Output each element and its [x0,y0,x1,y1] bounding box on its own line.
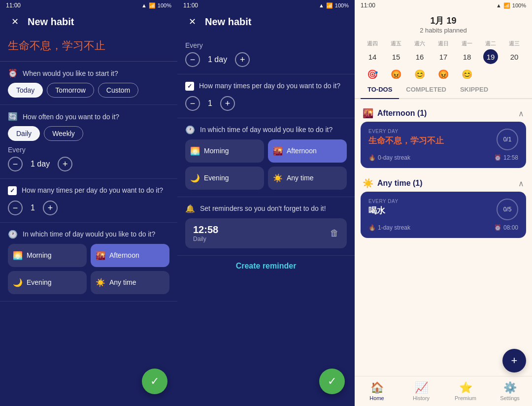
wifi-icon-right: ▲ [496,2,501,8]
left-header: ✕ New habit [0,11,177,34]
anytime-button-left[interactable]: ☀️ Any time [91,271,169,294]
tab-todos[interactable]: TO-DOS [361,81,399,99]
every-decrement-mid[interactable]: − [185,52,200,67]
afternoon-title: 🌇 Afternoon (1) [363,108,427,119]
times-label: How many times per day do you want to do… [22,186,163,196]
signal-icon-mid: 📶 [326,2,333,9]
confirm-fab-left[interactable]: ✓ [142,369,167,394]
nav-settings[interactable]: ⚙️ Settings [488,376,532,406]
morning-button-left[interactable]: 🌅 Morning [8,244,87,267]
every-section-mid: Every − 1 day + [177,34,355,74]
afternoon-label-mid: Afternoon [287,147,317,155]
premium-label: Premium [455,395,476,401]
middle-header: ✕ New habit [177,11,355,34]
week-day-tue[interactable]: 週二 19 [480,40,501,64]
custom-button[interactable]: Custom [98,83,138,98]
sat-num: 16 [412,49,427,64]
habit-card-2-name: 喝水 [368,205,399,216]
habit-card-1[interactable]: EVERY DAY 生命不息，学习不止 0/1 🔥 0-day streak ⏰… [361,122,526,168]
times-decrement[interactable]: − [8,201,23,215]
battery-icon-mid: 100% [335,2,349,8]
times-increment-mid[interactable]: + [220,96,235,111]
check-icon-mid: ✓ [328,375,336,388]
reminder-row: 🔔 Set reminders so you don't forget to d… [185,204,347,213]
premium-icon: ⭐ [459,381,472,394]
habit-card-1-bottom: 🔥 0-day streak ⏰ 12:58 [368,154,518,161]
afternoon-icon-left: 🌇 [96,251,105,260]
right-time: 11:00 [361,2,375,9]
wed-label: 週三 [509,40,520,47]
battery-icon: 100% [158,2,171,8]
every-value-mid: 1 day [208,55,227,64]
nav-history[interactable]: 📈 History [399,376,443,406]
evening-button-mid[interactable]: 🌙 Evening [185,167,264,190]
fri-label: 週五 [391,40,401,47]
habit-card-2-top: EVERY DAY 喝水 0/5 [368,199,518,220]
afternoon-collapse[interactable]: ∧ [518,109,524,118]
times-label-mid: How many times per day do you want to do… [199,81,340,91]
streak-text-1: 0-day streak [378,154,410,161]
habit-name-text[interactable]: 生命不息，学习不止 [8,39,105,52]
anytime-button-mid[interactable]: ☀️ Any time [268,167,347,190]
afternoon-button-mid[interactable]: 🌇 Afternoon [268,139,347,163]
right-panel-container: 11:00 ▲ 📶 100% 1月 19 2 habits planned 週四… [355,0,532,406]
every-increment-mid[interactable]: + [235,52,250,67]
tab-skipped[interactable]: SKIPPED [453,81,495,99]
flame-icon-1: 🔥 [368,154,376,161]
afternoon-section-label: Afternoon (1) [377,109,427,118]
week-day-mon[interactable]: 週一 18 [456,40,478,64]
habit-card-2[interactable]: EVERY DAY 喝水 0/5 🔥 1-day streak ⏰ 08:00 [361,192,526,238]
week-day-thu[interactable]: 週四 14 [362,40,383,64]
evening-icon-left: 🌙 [13,278,23,287]
nav-home[interactable]: 🏠 Home [355,376,399,406]
tomorrow-button[interactable]: Tomorrow [47,83,94,98]
times-checkbox[interactable] [8,186,17,195]
afternoon-button-left[interactable]: 🌇 Afternoon [91,244,169,267]
time-label-mid: In which time of day would you like to d… [200,126,332,134]
anytime-section-icon: ☀️ [363,178,373,189]
morning-icon-mid: 🌅 [190,146,200,156]
time-row-left: 🕐 In which time of day would you like to… [8,230,169,239]
evening-label-mid: Evening [204,174,229,182]
confirm-fab-mid[interactable]: ✓ [319,369,345,394]
emoji-wed [503,69,525,80]
times-value: 1 [31,203,35,212]
reminder-info: 12:58 Daily [193,224,218,242]
evening-label-left: Evening [27,278,52,286]
afternoon-section-icon: 🌇 [363,108,373,119]
emoji-thu: 🎯 [362,69,383,80]
delete-reminder-icon[interactable]: 🗑 [330,228,339,238]
close-button-mid[interactable]: ✕ [185,15,199,29]
times-value-mid: 1 [208,99,212,108]
daily-button[interactable]: Daily [8,126,40,141]
nav-premium[interactable]: ⭐ Premium [443,376,488,406]
start-label: When would you like to start it? [23,69,118,77]
bottom-nav: 🏠 Home 📈 History ⭐ Premium ⚙️ Settings [355,376,532,406]
week-day-fri[interactable]: 週五 15 [385,40,407,64]
week-day-wed[interactable]: 週三 20 [503,40,525,64]
times-checkbox-mid[interactable] [185,82,194,91]
freq-row: 🔄 How often do you want to do it? [8,112,169,121]
thu-num: 14 [365,49,380,64]
freq-options: Daily Weekly [8,126,169,141]
add-habit-fab[interactable]: + [502,349,526,372]
left-status-bar: 11:00 ▲ 📶 100% [0,0,177,11]
morning-button-mid[interactable]: 🌅 Morning [185,139,264,163]
afternoon-icon-mid: 🌇 [273,146,283,156]
evening-button-left[interactable]: 🌙 Evening [8,271,87,294]
battery-icon-right: 100% [512,2,526,8]
tab-completed[interactable]: COMPLETED [399,81,453,99]
create-reminder-button[interactable]: Create reminder [177,256,355,276]
left-status-icons: ▲ 📶 100% [141,2,171,9]
week-day-sun[interactable]: 週日 17 [432,40,454,64]
every-increment[interactable]: + [58,157,72,171]
week-day-sat[interactable]: 週六 16 [409,40,431,64]
today-button[interactable]: Today [8,83,43,98]
every-decrement[interactable]: − [8,157,23,171]
anytime-collapse[interactable]: ∧ [518,179,524,188]
times-increment[interactable]: + [43,201,58,215]
habit-card-1-time: ⏰ 12:58 [494,154,518,161]
times-decrement-mid[interactable]: − [185,96,200,111]
close-button[interactable]: ✕ [8,15,22,29]
weekly-button[interactable]: Weekly [44,126,83,141]
